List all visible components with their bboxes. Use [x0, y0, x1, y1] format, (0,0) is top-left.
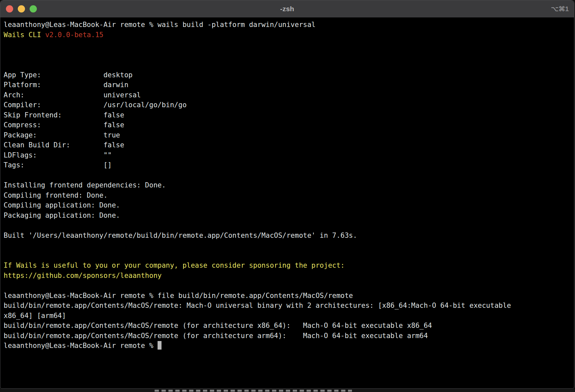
terminal-text: If Wails is useful to you or your compan… [4, 261, 345, 269]
terminal-text: Packaging application: Done. [4, 211, 120, 219]
terminal-line [4, 281, 574, 291]
minimize-button[interactable] [18, 5, 25, 12]
zoom-button[interactable] [30, 5, 37, 12]
terminal-line: Compiling application: Done. [4, 200, 574, 210]
setting-label: App Type: [4, 70, 103, 80]
terminal-line: build/bin/remote.app/Contents/MacOS/remo… [4, 331, 574, 341]
terminal-line: Compiling frontend: Done. [4, 190, 574, 201]
setting-label: Compiler: [4, 100, 103, 110]
terminal-line: leaanthony@Leas-MacBook-Air remote % wai… [4, 20, 574, 30]
terminal-output[interactable]: leaanthony@Leas-MacBook-Air remote % wai… [0, 18, 574, 351]
terminal-line: If Wails is useful to you or your compan… [4, 260, 574, 271]
desktop-background-strip [0, 389, 575, 392]
setting-value: darwin [103, 81, 128, 89]
terminal-text: Built '/Users/leaanthony/remote/build/bi… [4, 232, 357, 239]
setting-value: false [103, 111, 124, 119]
setting-label: Platform: [4, 80, 103, 90]
terminal-text: Wails CLI [4, 31, 45, 39]
setting-label: Clean Build Dir: [4, 140, 103, 150]
titlebar[interactable]: -zsh ⌥⌘1 [0, 0, 574, 18]
terminal-line: Tags:[] [4, 160, 574, 170]
terminal-line: Packaging application: Done. [4, 210, 574, 221]
terminal-line: Arch:universal [4, 90, 574, 100]
setting-label: Compress: [4, 120, 103, 130]
terminal-text: Compiling application: Done. [4, 201, 120, 209]
setting-value: /usr/local/go/bin/go [103, 101, 187, 109]
terminal-line: build/bin/remote.app/Contents/MacOS/remo… [4, 301, 574, 311]
terminal-text: leaanthony@Leas-MacBook-Air remote % fil… [4, 292, 353, 300]
terminal-line: x86_64] [arm64] [4, 311, 574, 321]
terminal-line: leaanthony@Leas-MacBook-Air remote % [4, 341, 574, 351]
terminal-text: leaanthony@Leas-MacBook-Air remote % [4, 342, 158, 350]
terminal-line: leaanthony@Leas-MacBook-Air remote % fil… [4, 291, 574, 301]
terminal-text: https://github.com/sponsors/leaanthony [4, 272, 162, 280]
terminal-line [4, 251, 574, 261]
terminal-line [4, 240, 574, 251]
terminal-line: Package:true [4, 130, 574, 140]
terminal-text: build/bin/remote.app/Contents/MacOS/remo… [4, 302, 511, 309]
setting-label: Skip Frontend: [4, 110, 103, 120]
terminal-line: Skip Frontend:false [4, 110, 574, 120]
setting-value: false [103, 141, 124, 149]
terminal-line: App Type:desktop [4, 70, 574, 80]
setting-value: universal [103, 91, 141, 99]
setting-label: LDFlags: [4, 150, 103, 160]
setting-value: [] [103, 161, 112, 169]
terminal-line: Clean Build Dir:false [4, 140, 574, 150]
traffic-lights [6, 0, 37, 17]
terminal-text: v2.0.0-beta.15 [45, 31, 103, 39]
terminal-line [4, 50, 574, 60]
terminal-line: Platform:darwin [4, 80, 574, 90]
terminal-line: build/bin/remote.app/Contents/MacOS/remo… [4, 321, 574, 331]
terminal-line [4, 170, 574, 181]
setting-label: Tags: [4, 160, 103, 170]
close-button[interactable] [6, 5, 13, 12]
terminal-line: Installing frontend dependencies: Done. [4, 180, 574, 190]
terminal-line: LDFlags:"" [4, 150, 574, 160]
setting-value: desktop [103, 71, 133, 79]
terminal-line: Compiler:/usr/local/go/bin/go [4, 100, 574, 110]
terminal-text: leaanthony@Leas-MacBook-Air remote % wai… [4, 21, 315, 29]
terminal-text: x86_64] [arm64] [4, 312, 66, 320]
terminal-window: -zsh ⌥⌘1 leaanthony@Leas-MacBook-Air rem… [0, 0, 574, 389]
setting-value: "" [103, 151, 112, 159]
window-shortcut-badge: ⌥⌘1 [551, 0, 569, 17]
terminal-cursor [158, 341, 162, 350]
setting-label: Arch: [4, 90, 103, 100]
terminal-line [4, 220, 574, 231]
terminal-text: build/bin/remote.app/Contents/MacOS/remo… [4, 332, 428, 340]
terminal-line: Compress:false [4, 120, 574, 130]
terminal-line: Wails CLI v2.0.0-beta.15 [4, 30, 574, 40]
terminal-line [4, 60, 574, 70]
setting-label: Package: [4, 130, 103, 140]
window-title: -zsh [280, 5, 294, 13]
terminal-line: Built '/Users/leaanthony/remote/build/bi… [4, 231, 574, 241]
terminal-text: Compiling frontend: Done. [4, 191, 108, 199]
setting-value: true [103, 131, 120, 139]
terminal-line: https://github.com/sponsors/leaanthony [4, 271, 574, 281]
terminal-line [4, 40, 574, 50]
terminal-text: build/bin/remote.app/Contents/MacOS/remo… [4, 322, 432, 330]
terminal-text: Installing frontend dependencies: Done. [4, 181, 166, 189]
setting-value: false [103, 121, 124, 129]
background-window-sliver [155, 390, 352, 392]
